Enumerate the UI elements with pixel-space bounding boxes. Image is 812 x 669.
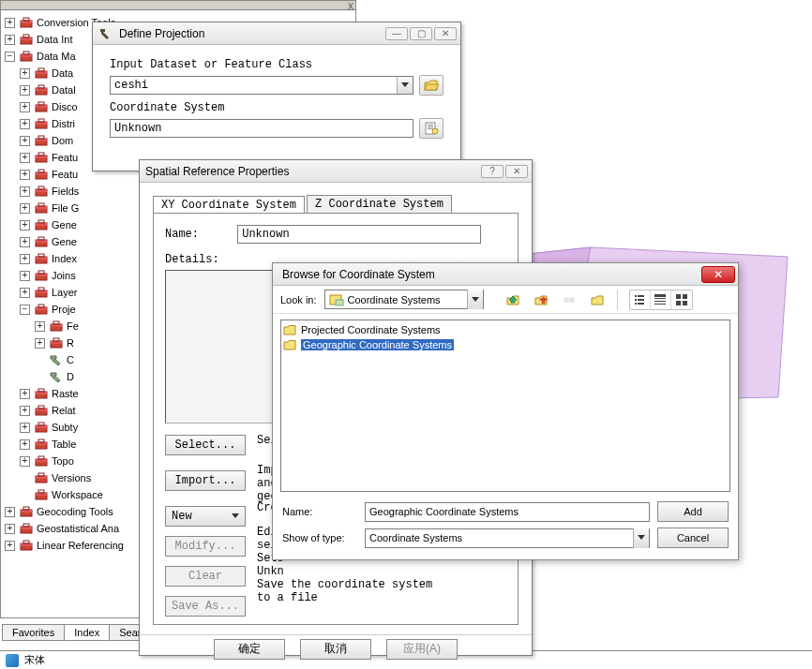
- bottom-tabs: Favorites Index Sear: [2, 624, 150, 641]
- select-button[interactable]: Select...: [165, 435, 246, 455]
- expand-toggle[interactable]: +: [20, 406, 30, 416]
- expand-toggle[interactable]: +: [5, 507, 15, 517]
- svg-rect-95: [428, 128, 433, 129]
- expand-toggle[interactable]: +: [20, 288, 30, 298]
- expand-toggle[interactable]: +: [5, 541, 15, 551]
- tree-item-label: Linear Referencing: [37, 540, 124, 551]
- expand-toggle[interactable]: +: [20, 186, 30, 197]
- close-button[interactable]: ✕: [505, 165, 528, 178]
- properties-icon[interactable]: [419, 118, 444, 139]
- expand-toggle[interactable]: +: [20, 170, 30, 180]
- cancel-button[interactable]: 取消: [300, 639, 371, 660]
- name-input[interactable]: [237, 225, 481, 244]
- expand-toggle[interactable]: +: [20, 220, 30, 230]
- up-folder-icon[interactable]: [503, 290, 523, 310]
- chevron-down-icon[interactable]: [467, 290, 483, 309]
- close-tree-pane[interactable]: x: [348, 0, 353, 12]
- help-button[interactable]: ?: [481, 165, 504, 178]
- tab-favorites[interactable]: Favorites: [2, 624, 65, 641]
- toolbox-icon: [34, 421, 49, 434]
- name-input[interactable]: [365, 502, 650, 522]
- list-item[interactable]: Geographic Coordinate Systems: [283, 337, 728, 352]
- expand-toggle[interactable]: −: [20, 305, 30, 315]
- expand-toggle[interactable]: +: [20, 254, 30, 264]
- tab-z-cs[interactable]: Z Coordinate System: [307, 195, 452, 213]
- new-folder-icon[interactable]: [587, 290, 608, 310]
- showtype-combo[interactable]: Coordinate Systems: [365, 528, 650, 548]
- home-icon[interactable]: [531, 290, 551, 310]
- tab-index[interactable]: Index: [64, 624, 110, 641]
- maximize-button[interactable]: ▢: [410, 27, 432, 40]
- svg-rect-55: [38, 305, 44, 307]
- expand-toggle[interactable]: +: [5, 524, 15, 534]
- hammer-icon: [49, 353, 64, 366]
- open-file-icon[interactable]: [419, 75, 444, 96]
- chevron-down-icon[interactable]: [397, 77, 413, 94]
- input-dataset-value: ceshi: [111, 77, 397, 94]
- apply-button: 应用(A): [386, 639, 458, 660]
- input-dataset-combo[interactable]: ceshi: [110, 76, 414, 95]
- expand-toggle[interactable]: +: [20, 136, 30, 146]
- expand-toggle[interactable]: +: [35, 321, 45, 332]
- svg-rect-101: [635, 295, 637, 297]
- expand-toggle[interactable]: +: [20, 237, 30, 247]
- close-button[interactable]: ✕: [701, 266, 735, 283]
- svg-rect-107: [654, 294, 666, 297]
- tree-item-label: Raste: [52, 388, 79, 399]
- expand-toggle[interactable]: +: [20, 68, 30, 79]
- svg-rect-31: [38, 170, 44, 172]
- dialog-body: Input Dataset or Feature Class ceshi Coo…: [93, 45, 460, 146]
- svg-rect-109: [654, 301, 666, 302]
- expand-toggle[interactable]: +: [5, 35, 15, 45]
- svg-rect-52: [38, 288, 44, 290]
- tree-item-label: Data Int: [37, 34, 73, 45]
- tree-item-label: C: [67, 354, 74, 365]
- expand-toggle[interactable]: +: [20, 456, 30, 467]
- chevron-down-icon[interactable]: [633, 528, 649, 548]
- expand-toggle[interactable]: +: [20, 439, 30, 450]
- toolbox-icon: [34, 387, 49, 400]
- coord-system-value[interactable]: Unknown: [110, 119, 414, 138]
- expand-toggle[interactable]: +: [20, 102, 30, 112]
- toolbox-icon: [19, 50, 34, 63]
- list-item[interactable]: Projected Coordinate Systems: [283, 322, 728, 337]
- tree-item-label: File G: [52, 202, 79, 214]
- view-icons-icon[interactable]: [671, 290, 692, 309]
- titlebar: Browse for Coordinate System ✕: [273, 263, 738, 286]
- tree-item-label: Relat: [52, 405, 76, 416]
- ok-button[interactable]: 确定: [214, 639, 285, 660]
- browse-dialog: Browse for Coordinate System ✕ Look in: …: [272, 262, 739, 560]
- cancel-button[interactable]: Cancel: [657, 528, 729, 548]
- statusbar-text: 宋体: [24, 653, 45, 667]
- expand-toggle[interactable]: +: [20, 203, 30, 214]
- svg-rect-7: [23, 35, 29, 37]
- svg-rect-10: [23, 52, 29, 54]
- expand-toggle[interactable]: −: [5, 52, 15, 62]
- expand-toggle[interactable]: +: [20, 423, 30, 433]
- lookin-combo[interactable]: Coordinate Systems: [324, 290, 484, 309]
- svg-rect-46: [38, 254, 44, 257]
- close-button[interactable]: ✕: [434, 27, 457, 40]
- titlebar: Define Projection — ▢ ✕: [93, 22, 460, 45]
- minimize-button[interactable]: —: [385, 27, 408, 40]
- view-details-icon[interactable]: [651, 290, 671, 309]
- add-button[interactable]: Add: [657, 501, 729, 522]
- new-button-label: New: [172, 510, 192, 523]
- expand-toggle[interactable]: +: [20, 119, 30, 129]
- expand-toggle[interactable]: +: [35, 338, 45, 349]
- tab-xy-cs[interactable]: XY Coordinate System: [153, 196, 305, 214]
- svg-rect-82: [38, 490, 44, 493]
- expand-toggle[interactable]: +: [20, 389, 30, 399]
- toolbox-icon: [34, 303, 49, 316]
- expand-toggle[interactable]: +: [20, 153, 30, 163]
- new-button[interactable]: New: [165, 506, 246, 527]
- expand-toggle[interactable]: +: [20, 271, 30, 281]
- import-button[interactable]: Import...: [165, 470, 246, 491]
- expand-toggle[interactable]: +: [20, 85, 30, 96]
- folder-icon: [283, 324, 297, 336]
- svg-rect-73: [38, 439, 44, 442]
- view-list-icon[interactable]: [630, 290, 651, 309]
- expand-toggle[interactable]: +: [5, 18, 15, 28]
- svg-rect-43: [38, 237, 44, 240]
- dialog-title: Spatial Reference Properties: [145, 165, 479, 178]
